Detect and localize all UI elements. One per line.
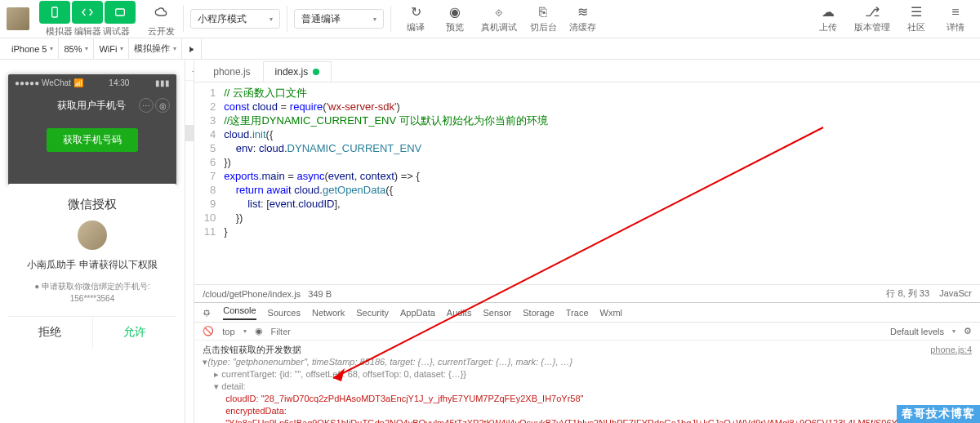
console-tab-Sensor[interactable]: Sensor [483,308,511,318]
tree-toolbar: + ⚲ ⋯ ⊟ [185,63,194,81]
svg-rect-0 [52,7,58,17]
tree-item-list[interactable]: ▸🗀list [185,288,194,305]
compile-select[interactable]: 普通编译▾ [294,9,384,29]
tab-phone-js[interactable]: phone.js [201,61,262,82]
modal-sub: ● 申请获取你微信绑定的手机号: 156****3564 [18,280,167,305]
avatar[interactable] [7,7,29,30]
log-levels-select[interactable]: Default levels [890,327,944,336]
upload-button[interactable]: ☁上传 [810,4,846,33]
simulator-pane: ●●●●● WeChat 📶 14:30 ▮▮▮ 获取用户手机号 ⋯◎ 获取手机… [0,60,185,423]
close-icon[interactable]: ◎ [155,98,170,113]
source-link[interactable]: phone.js:4 [930,344,972,356]
console-filter-bar: 🚫 top▾ ◉ Default levels▾ ⚙ [194,323,980,341]
phone-body: 获取手机号码 [8,120,176,185]
devtools-console: ⯐ Console Sources Network Security AppDa… [194,302,980,423]
network-select[interactable]: WiFi▾ [94,38,129,59]
remote-debug-button[interactable]: ⟐真机调试 [476,5,522,33]
sub-toolbar: iPhone 5▾ 85%▾ WiFi▾ 模拟操作▾ 🕨 [0,38,980,60]
editor-button[interactable] [72,1,103,24]
phone-frame: ●●●●● WeChat 📶 14:30 ▮▮▮ 获取用户手机号 ⋯◎ 获取手机… [8,74,176,185]
preview-button[interactable]: ◉预览 [437,4,473,33]
sim-ops-select[interactable]: 模拟操作▾ [129,38,182,59]
simulator-label: 模拟器 [46,25,73,38]
details-button[interactable]: ≡详情 [938,5,973,33]
tree-item-index[interactable]: ▸🗀index [185,272,194,288]
version-button[interactable]: ⎇版本管理 [849,4,895,33]
tree-root[interactable]: ▾☁cloud | test [185,81,194,109]
debugger-button[interactable] [105,1,136,24]
simulator-button[interactable] [39,1,70,24]
editor-statusbar: /cloud/getPhone/index.js 349 B 行 8, 列 33… [194,284,980,302]
console-tab-Wxml[interactable]: Wxml [600,308,623,318]
compile-button[interactable]: ↻编译 [398,4,434,33]
tree-item-login[interactable]: ▸🗀loginNode.js [185,174,194,190]
watermark: 春哥技术博客 [897,405,980,423]
modal-avatar [78,220,107,250]
zoom-select[interactable]: 85%▾ [59,38,94,59]
tree-item-openapi[interactable]: ▸🗀openapiNode.js [185,190,194,207]
tree-item-logs[interactable]: ▸🗀logs [185,305,194,321]
auth-modal: 微信授权 小南瓜助手 申请获得以下权限 ● 申请获取你微信绑定的手机号: 156… [8,184,176,348]
deny-button[interactable]: 拒绝 [8,317,93,348]
console-output[interactable]: 点击按钮获取的开发数据phone.js:4 ▾{type: "getphonen… [194,341,980,423]
cloud-dev-label: 云开发 [148,25,175,38]
tree-item-index-js[interactable]: JSindex.js [185,125,194,141]
tree-item-baiduApi[interactable]: ▸🗀baiduApi [185,256,194,272]
console-tab-Audits[interactable]: Audits [447,308,472,318]
console-tab-Storage[interactable]: Storage [523,308,555,318]
mute-icon[interactable]: 🕨 [182,38,202,59]
tree-item-async[interactable]: ▸🗀async [185,239,194,256]
settings-icon[interactable]: ⚙ [964,326,972,336]
editor-label: 编辑器 [74,25,101,38]
context-select[interactable]: top [222,327,234,336]
console-tab-Sources[interactable]: Sources [268,308,301,318]
tree-item-pages[interactable]: ▾🗀pages [185,223,194,239]
svg-rect-1 [116,9,125,16]
console-tab-Console[interactable]: Console [223,305,256,320]
code-editor[interactable]: 1234567891011 // 云函数入口文件 const cloud = r… [194,82,980,284]
dirty-indicator [313,69,319,75]
console-filter-input[interactable] [271,327,882,336]
allow-button[interactable]: 允许 [93,317,177,348]
modal-title: 微信授权 [18,197,167,212]
console-tab-Trace[interactable]: Trace [566,308,589,318]
mode-select[interactable]: 小程序模式▾ [190,9,280,29]
phone-header: 获取用户手机号 ⋯◎ [8,91,176,120]
community-button[interactable]: ☰社区 [898,4,934,33]
tree-item-package-json[interactable]: {}package.json [185,141,194,158]
top-toolbar: 模拟器 编辑器 调试器 云开发 小程序模式▾ 普通编译▾ ↻编译 ◉预览 ⟐真机… [0,0,980,38]
file-tree: + ⚲ ⋯ ⊟ ▾☁cloud | test ▾🗀getPhoneNode.js… [185,60,194,423]
cloud-dev-button[interactable] [145,1,176,24]
tree-item-getPhone[interactable]: ▾🗀getPhoneNode.js [185,109,194,125]
clear-console-icon[interactable]: 🚫 [203,326,214,336]
background-button[interactable]: ⎘切后台 [525,5,561,33]
console-tab-Security[interactable]: Security [356,308,389,318]
tab-index-js[interactable]: index.js [263,61,332,82]
debugger-label: 调试器 [103,25,130,38]
get-phone-button[interactable]: 获取手机号码 [47,128,138,152]
menu-icon[interactable]: ⋯ [139,98,154,113]
console-tabs: ⯐ Console Sources Network Security AppDa… [194,303,980,323]
editor-pane: phone.js index.js 1234567891011 // 云函数入口… [194,60,980,423]
clear-cache-button[interactable]: ≋清缓存 [564,4,600,33]
inspector-icon[interactable]: ⯐ [203,308,212,318]
modal-desc: 小南瓜助手 申请获得以下权限 [18,258,167,272]
console-tab-AppData[interactable]: AppData [400,308,435,318]
console-tab-Network[interactable]: Network [312,308,345,318]
editor-tabs: phone.js index.js [194,60,980,82]
tree-item-goods[interactable]: ▸🗀goodsNode.js [185,158,194,174]
phone-status-bar: ●●●●● WeChat 📶 14:30 ▮▮▮ [8,74,176,91]
device-select[interactable]: iPhone 5▾ [7,38,59,59]
tree-item-pay[interactable]: ▸🗀payNode.js [185,207,194,223]
